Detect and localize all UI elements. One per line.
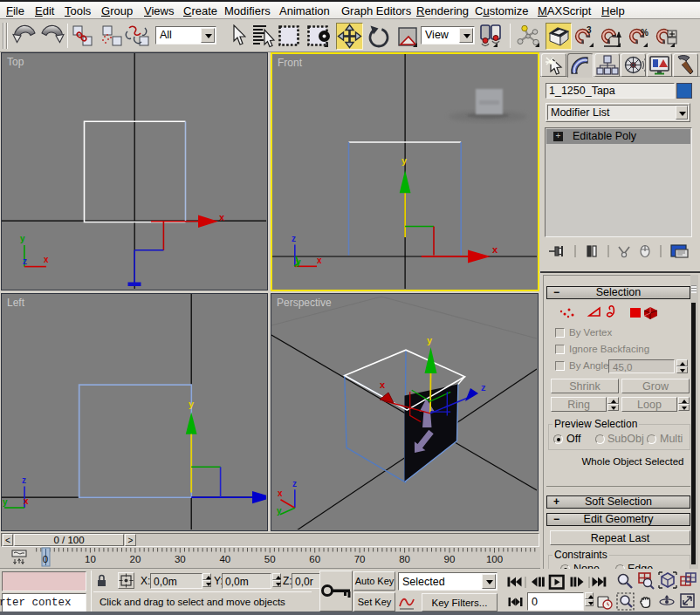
svg-text:x: x xyxy=(24,496,29,506)
svg-text:z: z xyxy=(481,382,486,393)
svg-text:x: x xyxy=(44,255,49,264)
svg-text:x: x xyxy=(380,379,386,390)
svg-text:x: x xyxy=(219,212,225,222)
svg-text:x: x xyxy=(317,256,322,265)
svg-text:z: z xyxy=(292,479,297,489)
svg-text:z: z xyxy=(292,234,296,243)
svg-text:%: % xyxy=(641,28,649,38)
svg-text:3: 3 xyxy=(587,25,592,35)
svg-text:y: y xyxy=(401,155,408,166)
svg-text:y: y xyxy=(427,335,433,345)
svg-text:z: z xyxy=(22,475,26,485)
svg-text:y: y xyxy=(277,506,282,516)
svg-text:z: z xyxy=(23,256,27,266)
svg-text:y: y xyxy=(3,497,8,507)
svg-text:y: y xyxy=(189,399,195,409)
svg-text:y: y xyxy=(20,234,25,243)
svg-text:x: x xyxy=(492,244,498,255)
svg-text:y: y xyxy=(296,257,301,267)
svg-text:x: x xyxy=(278,489,283,498)
